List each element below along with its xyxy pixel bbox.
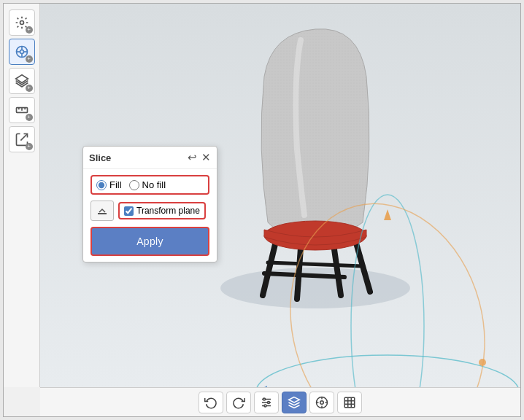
plane-up-button[interactable] bbox=[90, 201, 114, 221]
transform-plane-checkbox[interactable] bbox=[124, 206, 134, 216]
slice-header-icons: ↩ ✕ bbox=[188, 151, 211, 164]
svg-point-35 bbox=[264, 405, 266, 407]
apply-button[interactable]: Apply bbox=[90, 227, 209, 256]
no-fill-label: No fill bbox=[142, 179, 166, 190]
svg-point-0 bbox=[20, 21, 23, 25]
svg-point-37 bbox=[320, 400, 324, 404]
svg-point-23 bbox=[351, 195, 424, 387]
layers-badge: + bbox=[26, 85, 33, 92]
svg-line-12 bbox=[20, 134, 27, 141]
slice-panel-title: Slice bbox=[89, 152, 111, 163]
slice-panel: Slice ↩ ✕ Fill No fill bbox=[82, 146, 217, 262]
cube-button[interactable] bbox=[282, 392, 307, 413]
transform-plane-checkbox-label[interactable]: Transform plane bbox=[118, 202, 206, 219]
slice-close-icon[interactable]: ✕ bbox=[201, 151, 211, 164]
main-window: + + + bbox=[3, 3, 521, 417]
measure-badge: + bbox=[26, 114, 33, 121]
fill-radio[interactable] bbox=[96, 180, 107, 190]
svg-point-2 bbox=[20, 50, 23, 54]
fill-option[interactable]: Fill bbox=[96, 179, 122, 190]
settings-button[interactable]: + bbox=[9, 9, 35, 36]
measure-button[interactable]: + bbox=[9, 97, 35, 123]
navigation-rings bbox=[234, 180, 520, 387]
svg-point-33 bbox=[263, 398, 266, 400]
left-toolbar: + + + bbox=[4, 4, 40, 387]
no-fill-option[interactable]: No fill bbox=[129, 179, 166, 190]
3d-viewport[interactable]: Slice ↩ ✕ Fill No fill bbox=[40, 4, 520, 387]
transform-plane-label: Transform plane bbox=[136, 206, 200, 216]
redo-button[interactable] bbox=[226, 392, 251, 413]
svg-point-34 bbox=[268, 401, 270, 403]
adjust-button[interactable] bbox=[254, 392, 279, 413]
export-badge: + bbox=[26, 143, 33, 150]
slice-badge: + bbox=[26, 55, 33, 63]
fill-label: Fill bbox=[109, 179, 122, 190]
svg-point-28 bbox=[479, 359, 486, 366]
slice-panel-body: Fill No fill bbox=[83, 169, 217, 262]
no-fill-radio[interactable] bbox=[129, 180, 139, 190]
settings-badge: + bbox=[26, 26, 33, 34]
layers-button[interactable]: + bbox=[9, 68, 35, 94]
export-button[interactable]: + bbox=[9, 126, 35, 152]
fill-options-row: Fill No fill bbox=[90, 175, 209, 195]
svg-rect-42 bbox=[344, 397, 355, 408]
slice-button[interactable]: + bbox=[9, 39, 35, 65]
plane-row: Transform plane bbox=[90, 201, 209, 221]
undo-button[interactable] bbox=[199, 392, 223, 413]
svg-marker-26 bbox=[384, 209, 391, 220]
frame-button[interactable] bbox=[337, 392, 362, 413]
slice-undo-icon[interactable]: ↩ bbox=[188, 151, 197, 164]
svg-rect-29 bbox=[98, 213, 107, 214]
bottom-toolbar bbox=[40, 387, 520, 416]
target-button[interactable] bbox=[309, 392, 334, 413]
slice-panel-header: Slice ↩ ✕ bbox=[83, 147, 217, 169]
